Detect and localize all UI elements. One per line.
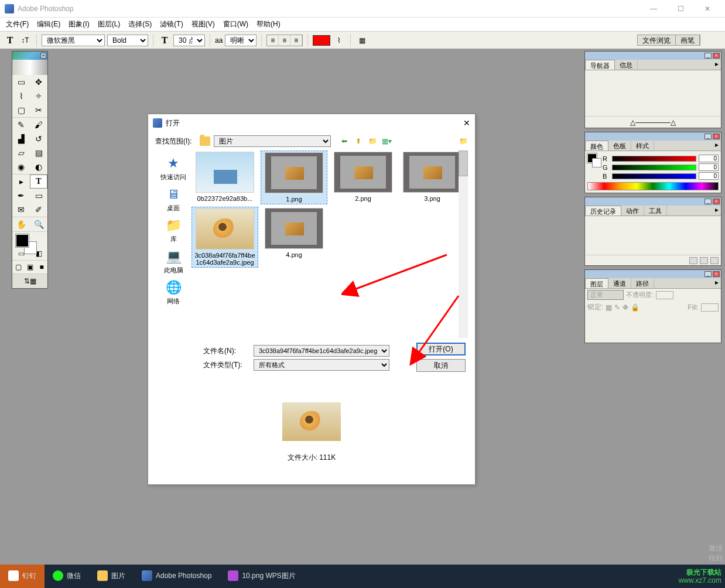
file-item[interactable]: 3.png <box>399 151 466 204</box>
taskbar-app-photoshop[interactable]: Adobe Photoshop <box>134 565 220 588</box>
sidebar-libraries[interactable]: 📁库 <box>164 217 183 244</box>
font-weight-select[interactable]: Bold <box>107 35 148 46</box>
align-center-button[interactable]: ≡ <box>279 35 290 46</box>
file-list-scrollbar[interactable] <box>459 151 468 338</box>
g-value[interactable]: 0 <box>699 163 719 171</box>
panel-menu-icon[interactable]: ▸ <box>713 278 721 288</box>
file-browse-tab[interactable]: 文件浏览 <box>638 35 676 45</box>
text-color-swatch[interactable] <box>313 35 330 46</box>
b-value[interactable]: 0 <box>699 172 719 180</box>
panel-min-icon[interactable]: _ <box>705 271 712 277</box>
brush-tool[interactable]: 🖌 <box>30 118 47 132</box>
channels-tab[interactable]: 通道 <box>608 278 631 288</box>
history-snapshot-icon[interactable] <box>689 257 697 264</box>
fill-field[interactable] <box>701 303 719 312</box>
minimize-button[interactable]: — <box>645 3 662 15</box>
r-slider[interactable] <box>612 156 696 162</box>
hand-tool[interactable]: ✋ <box>12 217 30 231</box>
gradient-tool[interactable]: ▤ <box>30 146 47 160</box>
color-tab[interactable]: 颜色 <box>585 141 608 151</box>
up-icon[interactable]: ⬆ <box>353 136 364 146</box>
crop-tool[interactable]: ▢ <box>12 103 30 117</box>
taskbar-app-wechat[interactable]: 微信 <box>45 565 89 588</box>
paths-tab[interactable]: 路径 <box>631 278 654 288</box>
info-tab[interactable]: 信息 <box>615 60 638 70</box>
history-delete-icon[interactable] <box>710 257 719 264</box>
panel-min-icon[interactable]: _ <box>705 199 712 204</box>
opacity-field[interactable] <box>656 291 673 299</box>
blur-tool[interactable]: ◉ <box>12 160 30 174</box>
filetype-select[interactable]: 所有格式 <box>254 359 389 371</box>
palettes-icon[interactable]: ▦ <box>355 34 368 47</box>
blend-mode-select[interactable]: 正常 <box>587 290 624 300</box>
stamp-tool[interactable]: ▟ <box>12 132 30 146</box>
type-tool[interactable]: T <box>30 175 47 189</box>
r-value[interactable]: 0 <box>699 155 719 162</box>
type-orient-icon[interactable]: ↕T <box>19 34 32 47</box>
taskbar-app-wps[interactable]: 10.png WPS图片 <box>220 565 303 588</box>
lock-paint-icon[interactable]: ✎ <box>614 303 620 312</box>
menu-file[interactable]: 文件(F) <box>6 19 29 29</box>
screen-mode-1[interactable]: ▢ <box>12 261 24 274</box>
close-button[interactable]: ✕ <box>699 3 716 15</box>
brush-tab[interactable]: 画笔 <box>676 35 700 45</box>
styles-tab[interactable]: 样式 <box>631 141 654 151</box>
sidebar-desktop[interactable]: 🖥桌面 <box>164 186 183 213</box>
lock-transparent-icon[interactable]: ▦ <box>606 303 612 312</box>
taskbar-app-dingding[interactable]: 钉钉 <box>0 565 45 588</box>
toolbox-header[interactable]: × <box>12 52 47 60</box>
menu-select[interactable]: 选择(S) <box>128 19 152 29</box>
path-select-tool[interactable]: ▸ <box>12 175 30 189</box>
navigator-tab[interactable]: 导航器 <box>585 60 615 70</box>
zoom-tool[interactable]: 🔍 <box>30 217 47 231</box>
font-family-select[interactable]: 微软雅黑 <box>42 35 105 46</box>
lasso-tool[interactable]: ⌇ <box>12 89 30 103</box>
history-brush-tool[interactable]: ↺ <box>30 132 47 146</box>
type-tool-icon[interactable]: T <box>4 34 16 47</box>
maximize-button[interactable]: ☐ <box>672 3 689 15</box>
menu-help[interactable]: 帮助(H) <box>257 19 281 29</box>
dodge-tool[interactable]: ◐ <box>30 160 47 174</box>
new-folder-icon[interactable]: 📁 <box>367 136 378 146</box>
lookin-select[interactable]: 图片 <box>214 135 331 147</box>
panel-close-icon[interactable]: × <box>713 134 720 139</box>
eyedropper-tool[interactable]: ✐ <box>30 203 47 217</box>
slice-tool[interactable]: ✂ <box>30 103 47 117</box>
panel-menu-icon[interactable]: ▸ <box>713 141 721 151</box>
heal-tool[interactable]: ✎ <box>12 118 30 132</box>
screen-mode-2[interactable]: ▣ <box>24 261 36 274</box>
notes-tool[interactable]: ✉ <box>12 203 30 217</box>
g-slider[interactable] <box>612 165 696 170</box>
swatches-tab[interactable]: 色板 <box>608 141 631 151</box>
warp-text-icon[interactable]: ⌇ <box>333 34 346 47</box>
eraser-tool[interactable]: ▱ <box>12 146 30 160</box>
panel-menu-icon[interactable]: ▸ <box>713 60 721 70</box>
file-item[interactable]: 2.png <box>330 151 396 204</box>
move-tool[interactable]: ✥ <box>30 75 47 89</box>
menu-image[interactable]: 图象(I) <box>69 19 89 29</box>
tools-tab[interactable]: 工具 <box>644 206 667 216</box>
pen-tool[interactable]: ✒ <box>12 189 30 203</box>
menu-window[interactable]: 窗口(W) <box>223 19 248 29</box>
sidebar-network[interactable]: 🌐网络 <box>164 279 183 306</box>
panel-close-icon[interactable]: × <box>713 53 720 59</box>
menu-filter[interactable]: 滤镜(T) <box>160 19 183 29</box>
history-new-icon[interactable] <box>700 257 708 264</box>
color-bg-swatch[interactable] <box>592 158 601 167</box>
align-right-button[interactable]: ≡ <box>290 35 302 46</box>
menu-view[interactable]: 视图(V) <box>191 19 215 29</box>
panel-min-icon[interactable]: _ <box>705 53 712 59</box>
panel-close-icon[interactable]: × <box>713 271 720 277</box>
sidebar-quick-access[interactable]: ★快速访问 <box>160 155 186 182</box>
taskbar-app-pictures[interactable]: 图片 <box>89 565 134 588</box>
shape-tool[interactable]: ▭ <box>30 189 47 203</box>
sidebar-this-pc[interactable]: 💻此电脑 <box>164 248 183 275</box>
dialog-close-button[interactable]: ✕ <box>463 118 470 128</box>
lock-all-icon[interactable]: 🔒 <box>631 303 639 312</box>
view-menu-icon[interactable]: ▦▾ <box>381 136 392 146</box>
favorites-icon[interactable]: 📁 <box>459 137 468 145</box>
antialias-select[interactable]: 明晰 <box>225 35 257 46</box>
file-item[interactable]: 4.png <box>261 207 327 268</box>
color-ramp[interactable] <box>587 182 719 190</box>
actions-tab[interactable]: 动作 <box>621 206 644 216</box>
